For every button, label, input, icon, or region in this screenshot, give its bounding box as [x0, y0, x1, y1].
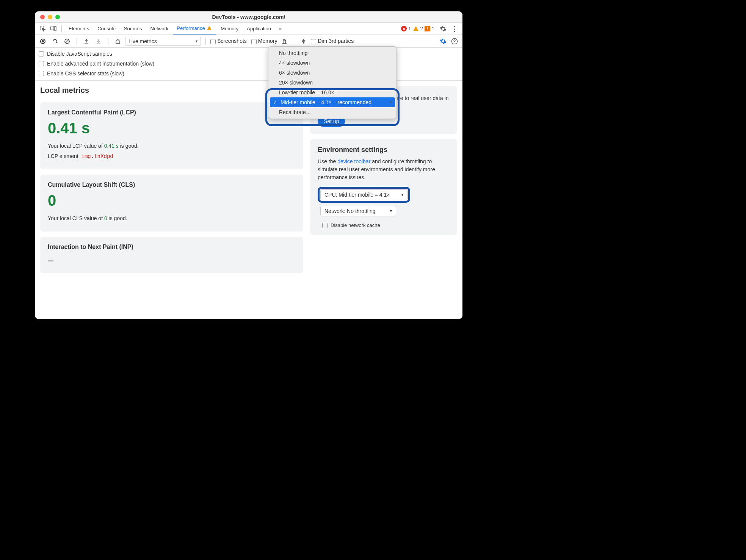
- inp-card: Interaction to Next Paint (INP) –: [40, 237, 303, 273]
- dd-low-tier[interactable]: Low-tier mobile – 16.0×: [268, 88, 397, 97]
- tab-network[interactable]: Network: [147, 23, 172, 34]
- garbage-collect-icon[interactable]: [279, 36, 289, 46]
- disable-js-checkbox[interactable]: Disable JavaScript samples: [39, 51, 269, 57]
- window-title: DevTools - www.google.com/: [35, 14, 462, 20]
- dd-no-throttling[interactable]: No throttling: [268, 48, 397, 58]
- cls-summary: Your local CLS value of 0 is good.: [48, 214, 296, 222]
- reload-record-icon[interactable]: [50, 36, 60, 46]
- download-icon[interactable]: [94, 36, 103, 46]
- screenshots-checkbox[interactable]: Screenshots: [210, 38, 247, 44]
- capture-settings-panel: Disable JavaScript samples Enable advanc…: [35, 48, 462, 81]
- dd-4x[interactable]: 4× slowdown: [268, 58, 397, 68]
- tab-sources[interactable]: Sources: [120, 23, 146, 34]
- memory-checkbox[interactable]: Memory: [251, 38, 277, 44]
- local-metrics-heading: Local metrics: [40, 86, 303, 95]
- metrics-select[interactable]: Live metrics: [125, 37, 201, 46]
- dd-20x[interactable]: 20× slowdown: [268, 78, 397, 88]
- warning-count: 2: [420, 26, 423, 31]
- cls-card: Cumulative Layout Shift (CLS) 0 Your loc…: [40, 175, 303, 232]
- lcp-element-row: LCP element img.lnXdpd: [48, 152, 296, 160]
- more-tabs-icon[interactable]: »: [276, 24, 285, 34]
- tab-application[interactable]: Application: [243, 23, 275, 34]
- lcp-card: Largest Contentful Paint (LCP) 0.41 s Yo…: [40, 102, 303, 169]
- settings-gear-icon[interactable]: [438, 24, 448, 34]
- inp-heading: Interaction to Next Paint (INP): [48, 244, 296, 250]
- more-menu-icon[interactable]: ⋮: [450, 24, 459, 34]
- lcp-value: 0.41 s: [48, 120, 296, 137]
- dd-6x[interactable]: 6× slowdown: [268, 68, 397, 78]
- cpu-select[interactable]: CPU: Mid-tier mobile – 4.1×: [320, 189, 407, 200]
- home-icon[interactable]: [113, 36, 123, 46]
- dim-checkbox[interactable]: Dim 3rd parties: [311, 38, 354, 44]
- tab-elements[interactable]: Elements: [65, 23, 93, 34]
- issues-badge-icon[interactable]: !: [425, 26, 430, 31]
- cls-value: 0: [48, 192, 296, 209]
- warning-indicator-icon: [207, 26, 212, 30]
- tab-performance[interactable]: Performance: [173, 23, 216, 34]
- env-settings-card: Environment settings Use the device tool…: [310, 139, 457, 235]
- dd-recalibrate[interactable]: Recalibrate…: [268, 107, 397, 117]
- lcp-summary: Your local LCP value of 0.41 s is good.: [48, 142, 296, 150]
- issues-count: 1: [432, 26, 434, 31]
- performance-subtoolbar: Live metrics Screenshots Memory Dim 3rd …: [35, 35, 462, 48]
- record-icon[interactable]: [38, 36, 48, 46]
- env-text: Use the device toolbar and configure thr…: [318, 158, 450, 181]
- tab-console[interactable]: Console: [94, 23, 119, 34]
- tab-memory[interactable]: Memory: [217, 23, 242, 34]
- capture-settings-gear-icon[interactable]: [438, 36, 448, 46]
- enable-css-checkbox[interactable]: Enable CSS selector stats (slow): [39, 70, 269, 77]
- inp-value: –: [48, 254, 296, 266]
- dd-mid-tier[interactable]: Mid-tier mobile – 4.1× – recommended: [270, 97, 395, 107]
- lcp-heading: Largest Contentful Paint (LCP): [48, 109, 296, 116]
- devtools-main-toolbar: Elements Console Sources Network Perform…: [35, 23, 462, 35]
- metrics-select-value: Live metrics: [129, 38, 157, 44]
- devtools-window: DevTools - www.google.com/ Elements Cons…: [35, 11, 462, 319]
- error-badge-icon[interactable]: ×: [401, 26, 407, 31]
- inspect-element-icon[interactable]: [38, 24, 48, 34]
- lcp-element-link[interactable]: img.lnXdpd: [81, 153, 113, 159]
- mac-titlebar: DevTools - www.google.com/: [35, 11, 462, 23]
- device-toolbar-icon[interactable]: [49, 24, 58, 34]
- shortcuts-icon[interactable]: [299, 36, 309, 46]
- tab-performance-label: Performance: [177, 25, 205, 31]
- device-toolbar-link[interactable]: device toolbar: [337, 158, 370, 164]
- clear-icon[interactable]: [62, 36, 72, 46]
- network-select[interactable]: Network: No throttling: [320, 206, 396, 216]
- disable-cache-checkbox[interactable]: Disable network cache: [322, 222, 450, 228]
- content-area: Local metrics Largest Contentful Paint (…: [35, 81, 462, 319]
- cpu-throttle-dropdown[interactable]: No throttling 4× slowdown 6× slowdown 20…: [268, 46, 397, 119]
- annotation-highlight-cpu: CPU: Mid-tier mobile – 4.1×: [318, 187, 410, 203]
- warning-badge-icon[interactable]: [413, 26, 418, 31]
- svg-point-4: [42, 40, 44, 42]
- svg-line-6: [66, 40, 69, 43]
- cls-heading: Cumulative Layout Shift (CLS): [48, 181, 296, 188]
- enable-paint-checkbox[interactable]: Enable advanced paint instrumentation (s…: [39, 61, 269, 67]
- help-icon[interactable]: [450, 36, 459, 46]
- error-count: 1: [408, 26, 411, 31]
- env-heading: Environment settings: [318, 146, 450, 154]
- upload-icon[interactable]: [81, 36, 91, 46]
